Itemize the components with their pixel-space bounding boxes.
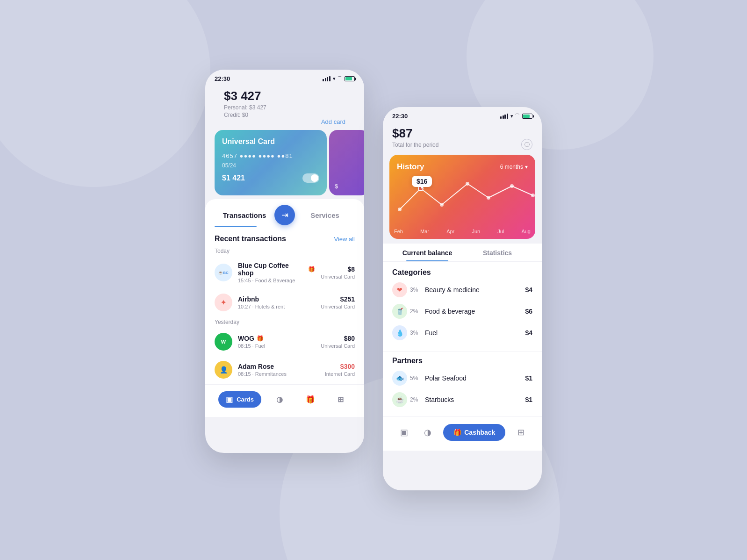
card-toggle[interactable]	[302, 173, 319, 183]
tab-icon-button[interactable]: ⇥	[274, 205, 295, 225]
chart-dot	[440, 203, 444, 207]
phone-2: 22:30 ▾ ⌒ $87 Total for the period ⓘ	[383, 107, 542, 490]
cat-pct-starbucks: 2%	[410, 396, 418, 403]
bottom-nav-2: ▣ ◑ 🎁 Cashback ⊞	[383, 416, 542, 451]
cat-name-starbucks: Starbucks	[425, 396, 520, 403]
cat-amount-starbucks: $1	[525, 396, 532, 403]
partners-section: Partners 🐟 5% Polar Seafood $1 ☕ 2%	[383, 354, 542, 416]
chart-dot	[466, 182, 469, 186]
chart-dot	[398, 208, 402, 211]
yesterday-label: Yesterday	[205, 317, 364, 327]
category-item: 🥤 2% Food & beverage $6	[392, 304, 532, 319]
view-all-button[interactable]: View all	[334, 236, 355, 243]
cashback-button[interactable]: 🎁 Cashback	[443, 424, 505, 441]
partner-item: ☕ 2% Starbucks $1	[392, 392, 532, 407]
status-time-2: 22:30	[392, 113, 408, 120]
txn-info-wog: WOG 🎁 08:15 · Fuel	[238, 335, 315, 349]
cat-icon-polar: 🐟	[392, 371, 407, 386]
card-bottom: $1 421	[222, 173, 319, 183]
txn-sub-wog: 08:15 · Fuel	[238, 343, 315, 349]
card-title: Universal Card	[222, 137, 319, 146]
secondary-card[interactable]: $	[329, 130, 364, 195]
cat-pct-polar: 5%	[410, 375, 418, 381]
cat-amount-fuel: $4	[525, 329, 532, 337]
nav2-home[interactable]: ▣	[396, 424, 412, 441]
txn-info-bluecup: Blue Cup Coffee shop 🎁 15:45 · Food & Ba…	[238, 262, 315, 283]
signal-bar-2	[325, 78, 326, 81]
phones-container: 22:30 ▾ ⌒ $3 427 Personal: $3 427 Credit	[205, 70, 542, 490]
txn-value-wog: $80	[321, 335, 355, 342]
transaction-item[interactable]: 👤 Adam Rose 08:15 · Remmitances $300 Int…	[205, 356, 364, 383]
signal-icon	[323, 76, 330, 81]
card-expiry: 05/24	[222, 162, 319, 169]
transaction-item[interactable]: W WOG 🎁 08:15 · Fuel $80 Universal Card	[205, 328, 364, 355]
month-feb: Feb	[394, 229, 403, 234]
period-selector[interactable]: 6 months ▾	[500, 164, 528, 170]
wifi-icon-2: ▾ ⌒	[510, 113, 520, 120]
menu-icon: ⊞	[338, 395, 344, 404]
phone2-content: Categories ❤ 3% Beauty & medicine $4 🥤 2…	[383, 262, 542, 451]
chart-icon: ◑	[424, 428, 431, 437]
signal-bar-4	[507, 114, 508, 119]
txn-amount-bluecup: $8 Universal Card	[321, 266, 355, 280]
cat-pct-beauty: 3%	[410, 287, 418, 293]
personal-balance: Personal: $3 427	[224, 104, 345, 111]
transaction-item[interactable]: ☕BC Blue Cup Coffee shop 🎁 15:45 · Food …	[205, 257, 364, 288]
tab-transactions[interactable]: Transactions	[215, 211, 274, 223]
info-button[interactable]: ⓘ	[521, 139, 532, 150]
period-label: Total for the period	[392, 142, 532, 148]
category-item: ❤ 3% Beauty & medicine $4	[392, 282, 532, 297]
cat-badge-starbucks: ☕ 2%	[392, 392, 420, 407]
add-card-button[interactable]: Add card	[321, 118, 345, 125]
category-item: 💧 3% Fuel $4	[392, 325, 532, 340]
battery-fill	[345, 77, 352, 80]
txn-value-airbnb: $251	[321, 295, 355, 303]
period-amount: $87	[392, 126, 532, 141]
tab-services[interactable]: Services	[295, 211, 355, 223]
balance-tabs: Current balance Statistics	[383, 244, 542, 262]
txn-value-adam: $300	[325, 363, 355, 370]
cat-badge-fuel: 💧 3%	[392, 325, 420, 340]
txn-amount-adam: $300 Internet Card	[325, 363, 355, 377]
section-divider	[383, 352, 542, 352]
main-card[interactable]: Universal Card 4657 ●●●● ●●●● ●●81 05/24…	[215, 130, 327, 195]
home-icon: ▣	[400, 428, 408, 437]
history-chart-card: History 6 months ▾	[389, 155, 535, 239]
month-apr: Apr	[446, 229, 454, 234]
nav2-grid[interactable]: ⊞	[514, 424, 528, 441]
transaction-item[interactable]: ✦ Airbnb 10:27 · Hotels & rent $251 Univ…	[205, 289, 364, 316]
month-jun: Jun	[472, 229, 480, 234]
nav-menu[interactable]: ⊞	[330, 391, 351, 408]
cat-icon-fuel: 💧	[392, 325, 407, 340]
cat-amount-beauty: $4	[525, 286, 532, 294]
nav-cashback[interactable]: 🎁	[298, 391, 323, 408]
gift-icon-wog: 🎁	[257, 335, 264, 342]
month-aug: Aug	[521, 229, 531, 234]
cat-icon-starbucks: ☕	[392, 392, 407, 407]
nav-analytics[interactable]: ◑	[269, 391, 290, 408]
tab-statistics[interactable]: Statistics	[462, 249, 532, 261]
signal-bar-4	[329, 76, 330, 81]
cat-pct-food: 2%	[410, 308, 418, 315]
nav-cards[interactable]: ▣ Cards	[218, 391, 261, 408]
cashback-gift-icon: 🎁	[453, 429, 461, 436]
transactions-header: Recent transactions View all	[205, 227, 364, 246]
status-icons-1: ▾ ⌒	[323, 75, 355, 82]
txn-avatar-bluecup: ☕BC	[215, 264, 232, 281]
phone1-main-content: Transactions ⇥ Services Recent transacti…	[205, 199, 364, 417]
tab-current-balance[interactable]: Current balance	[392, 249, 462, 261]
partner-item: 🐟 5% Polar Seafood $1	[392, 371, 532, 386]
status-time-1: 22:30	[215, 75, 230, 82]
txn-sub-airbnb: 10:27 · Hotels & rent	[238, 304, 315, 309]
month-mar: Mar	[420, 229, 429, 234]
txn-card-bluecup: Universal Card	[321, 274, 355, 280]
analytics-icon: ◑	[276, 395, 283, 404]
txn-sub-adam: 08:15 · Remmitances	[238, 371, 319, 377]
signal-bar-3	[327, 77, 328, 81]
nav2-chart[interactable]: ◑	[420, 424, 435, 441]
txn-amount-wog: $80 Universal Card	[321, 335, 355, 349]
partners-title: Partners	[392, 357, 532, 365]
txn-name-airbnb: Airbnb	[238, 295, 315, 303]
secondary-card-letter: $	[335, 183, 338, 190]
gift-icon: 🎁	[308, 266, 315, 273]
